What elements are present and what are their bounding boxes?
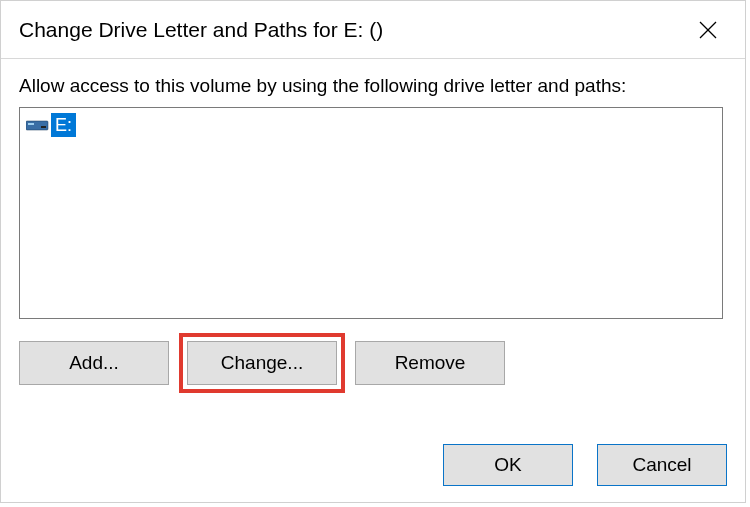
svg-rect-3 (28, 123, 34, 125)
close-button[interactable] (685, 7, 731, 53)
change-button[interactable]: Change... (187, 341, 337, 385)
close-icon (698, 20, 718, 40)
drive-letter-label: E: (51, 113, 76, 137)
drive-paths-listbox[interactable]: E: (19, 107, 723, 319)
action-button-row: Add... Change... Remove (19, 341, 727, 385)
dialog-window: Change Drive Letter and Paths for E: () … (0, 0, 746, 503)
description-text: Allow access to this volume by using the… (19, 75, 727, 97)
remove-button[interactable]: Remove (355, 341, 505, 385)
dialog-bottom-row: OK Cancel (443, 444, 727, 486)
titlebar: Change Drive Letter and Paths for E: () (1, 1, 745, 59)
drive-icon (26, 115, 50, 135)
svg-rect-4 (41, 126, 46, 128)
add-button[interactable]: Add... (19, 341, 169, 385)
cancel-button[interactable]: Cancel (597, 444, 727, 486)
dialog-title: Change Drive Letter and Paths for E: () (19, 18, 383, 42)
svg-rect-2 (26, 121, 48, 130)
list-item[interactable]: E: (26, 113, 76, 137)
dialog-content: Allow access to this volume by using the… (1, 59, 745, 385)
ok-button[interactable]: OK (443, 444, 573, 486)
